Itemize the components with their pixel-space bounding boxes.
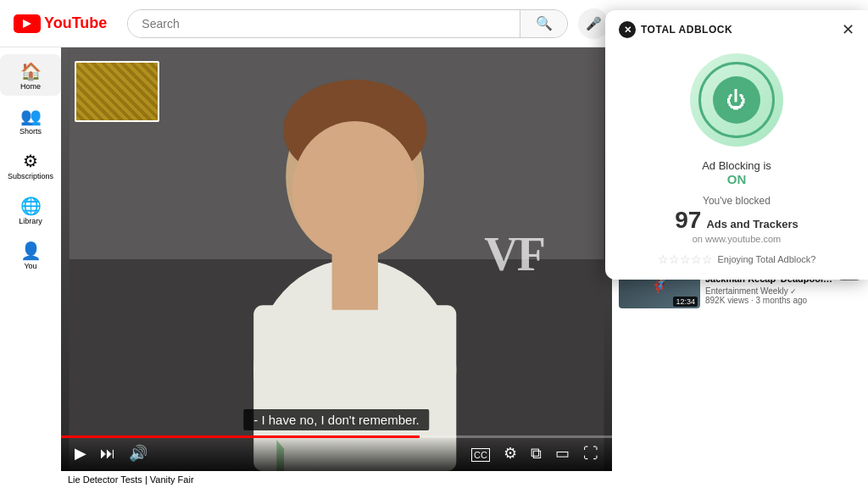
video-subtitle: - I have no, I don't remember.	[243, 409, 429, 430]
settings-icon: ⚙	[504, 445, 517, 462]
sidebar-subscriptions-label: Subscriptions	[8, 172, 53, 180]
subscriptions-icon: ⚙	[23, 152, 38, 169]
sidebar-home-label: Home	[20, 82, 41, 91]
volume-button[interactable]: 🔊	[125, 442, 151, 464]
sidebar-profile-label: You	[24, 262, 36, 270]
adblock-power-button[interactable]: ⏻	[713, 76, 760, 124]
search-button[interactable]: 🔍	[520, 10, 567, 37]
adblock-blocked-type: Ads and Trackers	[706, 218, 798, 230]
adblock-blocked-domain: on www.youtube.com	[675, 234, 798, 244]
adblock-blocked-count: 97	[675, 207, 701, 234]
sidebar-item-subscriptions[interactable]: ⚙ Subscriptions	[0, 144, 61, 186]
mic-icon: 🎤	[586, 16, 602, 31]
adblock-shield: ⏻	[686, 49, 787, 151]
sidebar-shorts-label: Shorts	[19, 127, 42, 136]
adblock-rating: ☆☆☆☆☆ Enjoying Total Adblock?	[658, 252, 816, 266]
sidebar-item-shorts[interactable]: 👥 Shorts	[0, 99, 61, 141]
search-input[interactable]	[128, 10, 520, 37]
video-title: Lie Detector Tests | Vanity Fair	[61, 471, 612, 488]
search-bar: 🔍	[127, 9, 568, 38]
sidebar-item-home[interactable]: 🏠 Home	[0, 54, 61, 96]
youtube-logo[interactable]: YouTube	[14, 14, 107, 33]
sidebar-item-profile[interactable]: 👤 You	[0, 234, 61, 275]
sidebar-item-library[interactable]: 🌐 Library	[0, 189, 61, 230]
left-sidebar: 🏠 Home 👥 Shorts ⚙ Subscriptions 🌐 Librar…	[0, 47, 61, 488]
adblock-on-label: ON	[727, 172, 747, 186]
cc-button[interactable]: CC	[468, 443, 493, 464]
theater-icon: ▭	[555, 445, 570, 462]
youtube-logo-text: YouTube	[44, 14, 107, 32]
sidebar-library-label: Library	[19, 217, 42, 225]
settings-button[interactable]: ⚙	[500, 442, 520, 464]
youtube-logo-icon	[14, 14, 41, 33]
svg-point-5	[292, 121, 418, 259]
adblock-blocked-label: You've blocked	[675, 195, 798, 207]
video-controls: ▶ ⏭ 🔊 CC ⚙ ⧉ ▭	[61, 435, 612, 471]
adblock-status-text: Ad Blocking is ON	[702, 159, 771, 186]
video-thumbnail-inset	[75, 61, 159, 122]
verified-icon-4: ✓	[790, 287, 797, 296]
adblock-blocked-stats: You've blocked 97 Ads and Trackers on ww…	[675, 195, 798, 244]
cc-icon: CC	[471, 448, 490, 462]
svg-rect-10	[332, 246, 378, 310]
shorts-icon: 👥	[20, 108, 42, 125]
adblock-body: ⏻ Ad Blocking is ON You've blocked 97 Ad…	[619, 49, 854, 266]
vf-watermark: VF	[484, 227, 544, 281]
play-button[interactable]: ▶	[71, 442, 90, 464]
adblock-stars[interactable]: ☆☆☆☆☆	[658, 252, 713, 266]
miniplayer-icon: ⧉	[531, 445, 542, 462]
fullscreen-icon: ⛶	[583, 445, 598, 462]
rec-meta-4: 892K views · 3 months ago	[705, 296, 834, 305]
rec-channel-4: Entertainment Weekly ✓	[705, 286, 834, 296]
main-content: 🏠 Home 👥 Shorts ⚙ Subscriptions 🌐 Librar…	[0, 47, 868, 488]
library-icon: 🌐	[20, 197, 42, 214]
theater-button[interactable]: ▭	[552, 442, 573, 464]
adblock-rating-text: Enjoying Total Adblock?	[718, 254, 816, 264]
thumbnail-inset-inner	[76, 63, 158, 120]
video-area: VF - I have no, I don't remember. ▶ ⏭ �	[61, 47, 612, 488]
next-button[interactable]: ⏭	[97, 443, 119, 464]
profile-icon: 👤	[20, 242, 42, 259]
adblock-popup: ✕ TOTAL Adblock ✕ ⏻ Ad Blocking is ON Yo…	[605, 47, 868, 280]
next-icon: ⏭	[100, 445, 115, 462]
home-icon: 🏠	[20, 63, 42, 80]
fullscreen-button[interactable]: ⛶	[580, 443, 602, 464]
rec-duration-4: 12:34	[673, 297, 698, 307]
video-player[interactable]: VF - I have no, I don't remember. ▶ ⏭ �	[61, 47, 612, 471]
volume-icon: 🔊	[129, 445, 147, 462]
miniplayer-button[interactable]: ⧉	[527, 443, 545, 464]
search-icon: 🔍	[536, 15, 553, 31]
adblock-hex-outer: ⏻	[698, 62, 775, 138]
play-icon: ▶	[75, 445, 86, 462]
mic-button[interactable]: 🎤	[578, 8, 609, 39]
progress-bar[interactable]	[61, 435, 612, 438]
progress-fill	[61, 435, 420, 438]
